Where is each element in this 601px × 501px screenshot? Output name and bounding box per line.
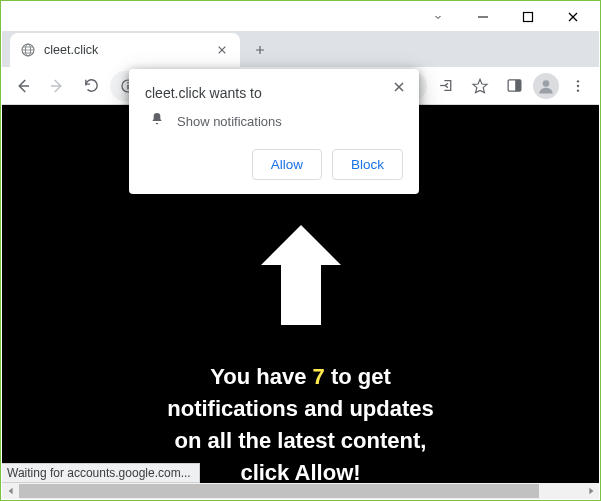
msg-pre: You have <box>210 364 312 389</box>
scrollbar-thumb[interactable] <box>19 484 539 498</box>
msg-line2: notifications and updates <box>167 396 433 421</box>
close-icon <box>567 11 579 23</box>
reload-icon <box>83 77 100 94</box>
plus-icon <box>253 43 267 57</box>
block-button[interactable]: Block <box>332 149 403 180</box>
msg-line3: on all the latest content, <box>175 428 427 453</box>
scrollbar-track[interactable] <box>19 483 582 499</box>
chevron-down-icon <box>432 11 444 23</box>
svg-point-12 <box>577 89 579 91</box>
msg-post1: to get <box>325 364 391 389</box>
tab-strip: cleet.click <box>2 31 599 67</box>
close-icon <box>217 45 227 55</box>
reload-button[interactable] <box>76 71 106 101</box>
allow-button[interactable]: Allow <box>252 149 322 180</box>
status-bar: Waiting for accounts.google.com... <box>2 463 200 483</box>
permission-row: Show notifications <box>145 111 403 131</box>
minimize-icon <box>477 11 489 23</box>
triangle-left-icon <box>7 487 15 495</box>
svg-rect-0 <box>478 16 488 17</box>
svg-point-10 <box>577 80 579 82</box>
browser-tab[interactable]: cleet.click <box>10 33 240 67</box>
kebab-icon <box>570 78 586 94</box>
arrow-left-icon <box>14 77 32 95</box>
svg-point-9 <box>543 80 550 87</box>
tab-title: cleet.click <box>44 43 206 57</box>
triangle-right-icon <box>587 487 595 495</box>
close-icon <box>393 81 405 93</box>
window-maximize-button[interactable] <box>505 3 550 31</box>
window-minimize-button[interactable] <box>460 3 505 31</box>
menu-button[interactable] <box>563 71 593 101</box>
msg-line4: click Allow! <box>240 460 360 483</box>
permission-actions: Allow Block <box>145 149 403 180</box>
tab-close-button[interactable] <box>214 42 230 58</box>
person-icon <box>536 76 556 96</box>
window-chevron-button[interactable] <box>415 3 460 31</box>
scroll-left-button[interactable] <box>2 483 19 499</box>
globe-icon <box>20 42 36 58</box>
share-icon <box>438 77 455 94</box>
panel-icon <box>506 77 523 94</box>
permission-prompt: cleet.click wants to Show notifications … <box>129 69 419 194</box>
star-icon <box>471 77 489 95</box>
new-tab-button[interactable] <box>246 36 274 64</box>
arrow-right-icon <box>48 77 66 95</box>
maximize-icon <box>522 11 534 23</box>
svg-point-11 <box>577 84 579 86</box>
svg-rect-1 <box>523 12 532 21</box>
horizontal-scrollbar[interactable] <box>2 483 599 499</box>
arrow-up-graphic <box>251 215 351 339</box>
scroll-right-button[interactable] <box>582 483 599 499</box>
bookmark-button[interactable] <box>465 71 495 101</box>
side-panel-button[interactable] <box>499 71 529 101</box>
msg-countdown: 7 <box>313 364 325 389</box>
svg-rect-8 <box>515 80 521 91</box>
forward-button[interactable] <box>42 71 72 101</box>
back-button[interactable] <box>8 71 38 101</box>
profile-avatar[interactable] <box>533 73 559 99</box>
bell-icon <box>149 111 165 131</box>
permission-close-button[interactable] <box>389 77 409 97</box>
window-close-button[interactable] <box>550 3 595 31</box>
share-button[interactable] <box>431 71 461 101</box>
permission-type: Show notifications <box>177 114 282 129</box>
window-titlebar <box>2 2 599 31</box>
permission-title: cleet.click wants to <box>145 85 403 101</box>
